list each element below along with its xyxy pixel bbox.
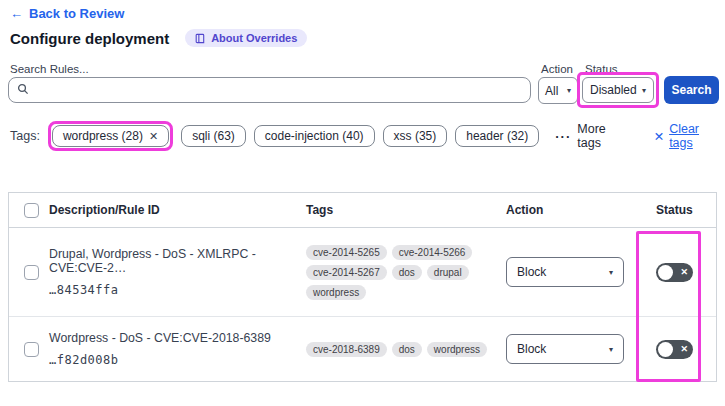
action-label: Action (541, 63, 573, 75)
tag-pill-label: xss (35) (394, 129, 437, 143)
column-header-tags: Tags (306, 203, 506, 217)
more-tags-button[interactable]: ··· More tags (555, 122, 631, 150)
clear-tags-x-icon: ✕ (654, 129, 664, 144)
rule-tag: drupal (427, 265, 469, 280)
rules-table: Description/Rule ID Tags Action Status D… (8, 192, 717, 382)
rule-tags: cve-2018-6389 dos wordpress (306, 342, 502, 357)
chevron-down-icon: ▾ (609, 345, 613, 354)
toggle-knob (658, 265, 673, 280)
page-title: Configure deployment (10, 30, 169, 47)
title-row: Configure deployment About Overrides (10, 29, 307, 47)
rule-description: Drupal, Wordpress - DoS - XMLRPC - CVE:C… (49, 247, 306, 275)
action-select-value: Block (517, 265, 546, 279)
table-row: Drupal, Wordpress - DoS - XMLRPC - CVE:C… (9, 228, 716, 317)
tag-pill-label: sqli (63) (192, 129, 235, 143)
action-filter-dropdown[interactable]: All ▾ (538, 77, 578, 104)
search-icon (17, 81, 29, 99)
table-row: Wordpress - DoS - CVE:CVE-2018-6389 …f82… (9, 317, 716, 381)
tags-label: Tags: (10, 129, 40, 143)
selected-tag-highlight: wordpress (28) ✕ (48, 121, 173, 151)
toggle-x-icon: ✕ (680, 345, 688, 354)
search-rules-input[interactable] (35, 83, 522, 97)
rule-tag: dos (392, 342, 422, 357)
tags-bar: Tags: wordpress (28) ✕ sqli (63) code-in… (10, 121, 725, 151)
tag-pill-label: code-injection (40) (265, 129, 364, 143)
tag-pill-header[interactable]: header (32) (455, 125, 539, 147)
action-select[interactable]: Block ▾ (506, 334, 624, 364)
tag-pill-code-injection[interactable]: code-injection (40) (254, 125, 375, 147)
toggle-knob (658, 342, 673, 357)
rule-tag: wordpress (427, 342, 487, 357)
book-icon (195, 33, 206, 44)
clear-tags-link[interactable]: ✕ Clear tags (654, 122, 725, 150)
toggle-x-icon: ✕ (680, 268, 688, 277)
search-button[interactable]: Search (664, 76, 719, 104)
select-all-checkbox[interactable] (24, 203, 39, 218)
more-dots-icon: ··· (555, 129, 571, 144)
back-to-review-link[interactable]: ← Back to Review (10, 6, 124, 21)
row-checkbox[interactable] (24, 265, 39, 280)
status-filter-value: Disabled (590, 83, 637, 97)
status-filter-highlight: Disabled ▾ (577, 72, 659, 108)
column-header-action: Action (506, 203, 646, 217)
search-rules-label: Search Rules... (10, 63, 89, 75)
tag-pill-xss[interactable]: xss (35) (383, 125, 448, 147)
status-toggle-off[interactable]: ✕ (656, 340, 693, 359)
status-toggle-off[interactable]: ✕ (656, 263, 693, 282)
rule-tag: wordpress (306, 285, 366, 300)
about-overrides-badge[interactable]: About Overrides (185, 29, 307, 47)
rule-id: …f82d008b (49, 353, 306, 367)
action-select[interactable]: Block ▾ (506, 257, 624, 287)
column-header-description: Description/Rule ID (39, 203, 306, 217)
rule-tag: dos (392, 265, 422, 280)
table-header-row: Description/Rule ID Tags Action Status (9, 193, 716, 228)
about-overrides-label: About Overrides (211, 32, 297, 44)
tag-pill-wordpress[interactable]: wordpress (28) ✕ (52, 125, 169, 147)
back-link-label: Back to Review (29, 6, 124, 21)
row-checkbox[interactable] (24, 342, 39, 357)
tag-pill-label: header (32) (466, 129, 528, 143)
rule-tag: cve-2014-5265 (306, 245, 387, 260)
back-arrow-icon: ← (10, 6, 23, 21)
rule-tags: cve-2014-5265 cve-2014-5266 cve-2014-526… (306, 245, 502, 300)
tag-pill-sqli[interactable]: sqli (63) (181, 125, 246, 147)
chevron-down-icon: ▾ (642, 86, 646, 95)
remove-tag-icon[interactable]: ✕ (149, 130, 158, 143)
clear-tags-label: Clear tags (669, 122, 725, 150)
rule-tag: cve-2018-6389 (306, 342, 387, 357)
tag-pill-label: wordpress (28) (63, 129, 143, 143)
chevron-down-icon: ▾ (609, 268, 613, 277)
rule-id: …84534ffa (49, 283, 306, 297)
action-select-value: Block (517, 342, 546, 356)
chevron-down-icon: ▾ (567, 86, 571, 95)
search-rules-box (8, 77, 531, 103)
configure-deployment-page: ← Back to Review Configure deployment Ab… (0, 0, 725, 406)
more-tags-label: More tags (577, 122, 631, 150)
rule-description: Wordpress - DoS - CVE:CVE-2018-6389 (49, 331, 306, 345)
action-filter-value: All (545, 84, 558, 98)
rule-tag: cve-2014-5267 (306, 265, 387, 280)
column-header-status: Status (646, 203, 716, 217)
rule-tag: cve-2014-5266 (392, 245, 473, 260)
status-filter-dropdown[interactable]: Disabled ▾ (582, 77, 654, 103)
